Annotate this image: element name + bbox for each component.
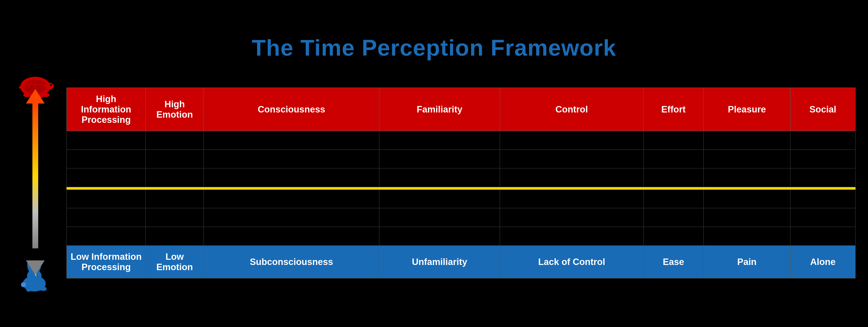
- footer-col-0: Low Information Processing: [67, 246, 146, 278]
- header-col-7: Social: [790, 88, 855, 131]
- footer-col-3: Unfamiliarity: [379, 246, 500, 278]
- footer-col-2: Subconsciousness: [204, 246, 379, 278]
- svg-point-12: [19, 86, 25, 89]
- footer-row: Low Information Processing Low Emotion S…: [67, 246, 855, 278]
- footer-col-4: Lack of Control: [500, 246, 643, 278]
- arrow-head-up: [26, 89, 44, 103]
- footer-col-6: Pain: [704, 246, 790, 278]
- arrow-head-down: [26, 260, 44, 275]
- header-col-2: Consciousness: [204, 88, 379, 131]
- svg-point-19: [37, 276, 39, 277]
- body-row-6: [67, 227, 855, 246]
- svg-point-22: [21, 282, 26, 287]
- body-row-1: [67, 131, 855, 150]
- header-col-5: Effort: [644, 88, 704, 131]
- footer-col-5: Ease: [644, 246, 704, 278]
- header-col-6: Pleasure: [704, 88, 790, 131]
- body-row-2: [67, 150, 855, 168]
- table-wrapper: High Information Processing High Emotion…: [66, 88, 856, 279]
- body-row-3: [67, 168, 855, 187]
- header-row: High Information Processing High Emotion…: [67, 88, 855, 131]
- page-title: The Time Perception Framework: [252, 34, 616, 61]
- header-col-1: High Emotion: [146, 88, 204, 131]
- arrow-shaft: [32, 103, 38, 248]
- framework-table: High Information Processing High Emotion…: [66, 88, 856, 279]
- main-content: High Information Processing High Emotion…: [0, 73, 868, 293]
- header-col-3: Familiarity: [379, 88, 500, 131]
- gold-divider-row: [67, 187, 855, 190]
- svg-point-6: [44, 83, 54, 90]
- body-row-5: [67, 208, 855, 227]
- body-row-4: [67, 190, 855, 208]
- speed-arrow: [32, 103, 38, 261]
- left-panel: [12, 73, 58, 293]
- header-col-4: Control: [500, 88, 643, 131]
- header-col-0: High Information Processing: [67, 88, 146, 131]
- footer-col-1: Low Emotion: [146, 246, 204, 278]
- footer-col-7: Alone: [790, 246, 855, 278]
- svg-point-7: [50, 84, 52, 86]
